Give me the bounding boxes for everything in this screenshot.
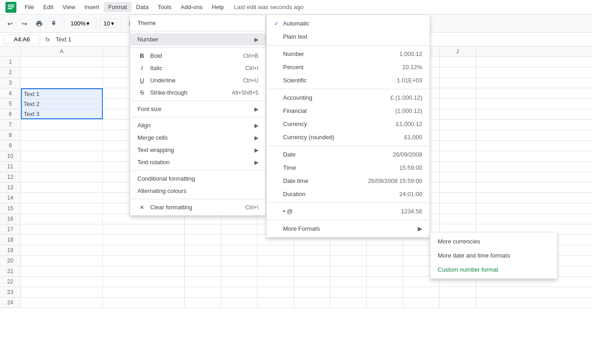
menu-data[interactable]: Data [132, 2, 153, 12]
cell-reference[interactable]: A4:A6 [4, 35, 40, 44]
more-currencies-item[interactable]: More currencies [430, 234, 557, 248]
cell[interactable] [221, 256, 258, 266]
cell[interactable] [294, 256, 330, 266]
undo-button[interactable]: ↩ [4, 17, 16, 30]
menu-view[interactable]: View [58, 2, 80, 12]
cell[interactable] [21, 256, 103, 266]
number-custom-at-item[interactable]: • @ 1234.56 [267, 205, 430, 218]
cell[interactable] [185, 256, 221, 266]
cell[interactable] [258, 256, 294, 266]
cell[interactable] [294, 298, 330, 308]
cell[interactable] [21, 298, 103, 308]
custom-number-format-item[interactable]: Custom number format [430, 263, 557, 277]
cell[interactable] [440, 109, 476, 119]
cell[interactable] [440, 130, 476, 140]
cell[interactable] [258, 245, 294, 255]
cell[interactable] [403, 287, 440, 297]
cell[interactable]: Text 1 [21, 88, 103, 98]
cell[interactable] [330, 298, 367, 308]
cell[interactable]: Text 3 [21, 109, 103, 119]
format-textwrap-item[interactable]: Text wrapping ▶ [130, 144, 266, 156]
cell[interactable] [294, 245, 330, 255]
cell[interactable] [330, 277, 367, 287]
cell[interactable] [440, 214, 476, 224]
cell[interactable] [367, 266, 403, 276]
cell[interactable] [103, 277, 185, 287]
format-merge-item[interactable]: Merge cells ▶ [130, 131, 266, 144]
paint-format-button[interactable] [47, 17, 60, 30]
cell[interactable] [185, 245, 221, 255]
number-datetime-item[interactable]: Date time 26/09/2008 15:59:00 [267, 174, 430, 187]
cell[interactable] [103, 287, 185, 297]
cell[interactable] [21, 78, 103, 88]
cell[interactable] [103, 235, 185, 245]
menu-tools[interactable]: Tools [153, 2, 176, 12]
cell[interactable] [21, 120, 103, 130]
number-date-item[interactable]: Date 26/09/2008 [267, 148, 430, 161]
cell[interactable] [21, 172, 103, 182]
cell[interactable] [221, 266, 258, 276]
number-time-item[interactable]: Time 15:59:00 [267, 161, 430, 174]
cell[interactable] [21, 67, 103, 77]
cell[interactable] [294, 287, 330, 297]
cell[interactable] [221, 245, 258, 255]
menu-edit[interactable]: Edit [39, 2, 58, 12]
cell[interactable] [221, 287, 258, 297]
cell[interactable] [21, 245, 103, 255]
number-plaintext-item[interactable]: Plain text [267, 30, 430, 43]
cell[interactable] [440, 57, 476, 67]
cell[interactable] [367, 245, 403, 255]
cell[interactable] [440, 182, 476, 192]
cell[interactable] [440, 203, 476, 213]
number-scientific-item[interactable]: Scientific 1.01E+03 [267, 74, 430, 87]
cell[interactable] [440, 99, 476, 109]
cell[interactable] [103, 266, 185, 276]
number-currency-rounded-item[interactable]: Currency (rounded) £1,000 [267, 131, 430, 144]
cell[interactable] [440, 151, 476, 161]
number-duration-item[interactable]: Duration 24:01:00 [267, 187, 430, 201]
cell[interactable] [403, 298, 440, 308]
cell[interactable] [103, 224, 185, 234]
cell[interactable] [258, 287, 294, 297]
menu-file[interactable]: File [20, 2, 39, 12]
cell[interactable] [294, 277, 330, 287]
zoom-selector[interactable]: 100% ▾ [68, 19, 92, 28]
cell[interactable] [294, 266, 330, 276]
format-alternating-item[interactable]: Alternating colours [130, 185, 266, 197]
cell[interactable] [103, 245, 185, 255]
menu-help[interactable]: Help [207, 2, 228, 12]
cell[interactable] [21, 214, 103, 224]
cell[interactable] [221, 235, 258, 245]
cell[interactable] [21, 193, 103, 203]
cell[interactable] [21, 224, 103, 234]
number-number-item[interactable]: Number 1,000.12 [267, 47, 430, 61]
cell[interactable] [440, 162, 476, 172]
number-more-formats-item[interactable]: More Formats ▶ [267, 222, 430, 235]
cell[interactable] [440, 298, 476, 308]
format-clear-item[interactable]: ✕ Clear formatting Ctrl+\ [130, 201, 266, 213]
cell[interactable] [330, 245, 367, 255]
cell[interactable] [185, 266, 221, 276]
format-strikethrough-item[interactable]: S Strike-through Alt+Shift+5 [130, 86, 266, 99]
cell[interactable] [367, 277, 403, 287]
format-textrotation-item[interactable]: Text rotation ▶ [130, 156, 266, 168]
format-number-item[interactable]: Number ▶ [130, 33, 266, 46]
cell[interactable] [330, 256, 367, 266]
cell[interactable] [440, 172, 476, 182]
cell[interactable] [258, 277, 294, 287]
cell[interactable] [367, 287, 403, 297]
cell[interactable] [21, 151, 103, 161]
cell[interactable] [440, 193, 476, 203]
format-align-item[interactable]: Align ▶ [130, 119, 266, 131]
cell[interactable] [103, 298, 185, 308]
cell[interactable] [330, 266, 367, 276]
cell[interactable]: Text 2 [21, 99, 103, 109]
number-currency-item[interactable]: Currency £1,000.12 [267, 117, 430, 131]
cell[interactable] [440, 287, 476, 297]
menu-format[interactable]: Format [104, 2, 132, 12]
cell[interactable] [185, 235, 221, 245]
cell[interactable] [21, 162, 103, 172]
cell[interactable] [440, 120, 476, 130]
number-percent-item[interactable]: Percent 10.12% [267, 61, 430, 74]
cell[interactable] [221, 224, 258, 234]
